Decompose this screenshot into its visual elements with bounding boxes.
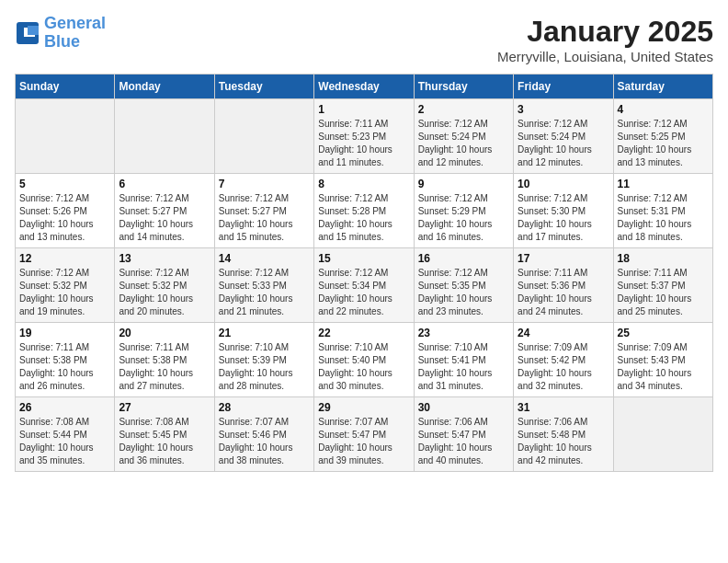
day-number: 5 [19, 178, 110, 190]
day-number: 12 [19, 252, 110, 265]
week-row-4: 19Sunrise: 7:11 AMSunset: 5:38 PMDayligh… [16, 323, 713, 397]
day-info: Sunrise: 7:12 AMSunset: 5:30 PMDaylight:… [518, 192, 609, 244]
calendar-cell: 21Sunrise: 7:10 AMSunset: 5:39 PMDayligh… [214, 323, 313, 397]
day-info: Sunrise: 7:12 AMSunset: 5:31 PMDaylight:… [618, 192, 709, 244]
day-number: 7 [219, 178, 310, 190]
day-number: 1 [318, 103, 409, 116]
day-info: Sunrise: 7:12 AMSunset: 5:27 PMDaylight:… [119, 192, 210, 244]
day-number: 13 [119, 252, 210, 265]
page-subtitle: Merryville, Louisiana, United States [497, 49, 713, 64]
day-number: 20 [119, 327, 210, 339]
day-number: 18 [618, 252, 709, 265]
day-info: Sunrise: 7:11 AMSunset: 5:36 PMDaylight:… [518, 267, 609, 318]
week-row-3: 12Sunrise: 7:12 AMSunset: 5:32 PMDayligh… [16, 248, 713, 323]
day-info: Sunrise: 7:12 AMSunset: 5:29 PMDaylight:… [418, 192, 509, 244]
week-row-5: 26Sunrise: 7:08 AMSunset: 5:44 PMDayligh… [16, 397, 713, 472]
calendar-cell: 1Sunrise: 7:11 AMSunset: 5:23 PMDaylight… [314, 99, 414, 174]
day-info: Sunrise: 7:12 AMSunset: 5:28 PMDaylight:… [318, 192, 409, 244]
calendar-cell: 30Sunrise: 7:06 AMSunset: 5:47 PMDayligh… [414, 397, 513, 472]
day-number: 22 [318, 327, 409, 339]
calendar-cell: 28Sunrise: 7:07 AMSunset: 5:46 PMDayligh… [214, 397, 313, 472]
calendar-cell: 20Sunrise: 7:11 AMSunset: 5:38 PMDayligh… [115, 323, 214, 397]
day-info: Sunrise: 7:07 AMSunset: 5:47 PMDaylight:… [318, 416, 409, 467]
calendar-table: SundayMondayTuesdayWednesdayThursdayFrid… [15, 74, 713, 472]
day-info: Sunrise: 7:07 AMSunset: 5:46 PMDaylight:… [219, 416, 310, 467]
day-info: Sunrise: 7:12 AMSunset: 5:27 PMDaylight:… [219, 192, 310, 244]
day-number: 15 [318, 252, 409, 265]
day-info: Sunrise: 7:12 AMSunset: 5:34 PMDaylight:… [318, 267, 409, 318]
calendar-cell: 24Sunrise: 7:09 AMSunset: 5:42 PMDayligh… [514, 323, 613, 397]
day-info: Sunrise: 7:06 AMSunset: 5:48 PMDaylight:… [518, 416, 609, 467]
day-info: Sunrise: 7:12 AMSunset: 5:35 PMDaylight:… [418, 267, 509, 318]
day-number: 24 [518, 327, 609, 339]
header-friday: Friday [514, 75, 613, 99]
day-info: Sunrise: 7:12 AMSunset: 5:33 PMDaylight:… [219, 267, 310, 318]
page-header: General Blue January 2025 Merryville, Lo… [15, 15, 713, 64]
calendar-cell: 22Sunrise: 7:10 AMSunset: 5:40 PMDayligh… [314, 323, 414, 397]
title-block: January 2025 Merryville, Louisiana, Unit… [497, 15, 713, 64]
day-info: Sunrise: 7:12 AMSunset: 5:32 PMDaylight:… [19, 267, 110, 318]
header-tuesday: Tuesday [214, 75, 313, 99]
calendar-cell [214, 99, 313, 174]
page-title: January 2025 [497, 15, 713, 49]
calendar-cell: 18Sunrise: 7:11 AMSunset: 5:37 PMDayligh… [613, 248, 712, 323]
header-sunday: Sunday [16, 75, 115, 99]
calendar-cell [16, 99, 115, 174]
day-number: 23 [418, 327, 509, 339]
logo: General Blue [15, 15, 106, 52]
calendar-cell: 15Sunrise: 7:12 AMSunset: 5:34 PMDayligh… [314, 248, 414, 323]
day-info: Sunrise: 7:08 AMSunset: 5:45 PMDaylight:… [119, 416, 210, 467]
calendar-cell: 17Sunrise: 7:11 AMSunset: 5:36 PMDayligh… [514, 248, 613, 323]
calendar-cell: 16Sunrise: 7:12 AMSunset: 5:35 PMDayligh… [414, 248, 513, 323]
calendar-cell: 23Sunrise: 7:10 AMSunset: 5:41 PMDayligh… [414, 323, 513, 397]
day-info: Sunrise: 7:10 AMSunset: 5:40 PMDaylight:… [318, 341, 409, 393]
day-number: 28 [219, 401, 310, 414]
calendar-cell: 27Sunrise: 7:08 AMSunset: 5:45 PMDayligh… [115, 397, 214, 472]
day-info: Sunrise: 7:12 AMSunset: 5:24 PMDaylight:… [518, 118, 609, 169]
calendar-cell [613, 397, 712, 472]
calendar-cell [115, 99, 214, 174]
day-info: Sunrise: 7:12 AMSunset: 5:26 PMDaylight:… [19, 192, 110, 244]
svg-marker-2 [28, 26, 39, 35]
calendar-cell: 2Sunrise: 7:12 AMSunset: 5:24 PMDaylight… [414, 99, 513, 174]
day-info: Sunrise: 7:09 AMSunset: 5:42 PMDaylight:… [518, 341, 609, 393]
day-number: 21 [219, 327, 310, 339]
day-number: 10 [518, 178, 609, 190]
day-number: 8 [318, 178, 409, 190]
calendar-cell: 26Sunrise: 7:08 AMSunset: 5:44 PMDayligh… [16, 397, 115, 472]
calendar-cell: 12Sunrise: 7:12 AMSunset: 5:32 PMDayligh… [16, 248, 115, 323]
calendar-cell: 5Sunrise: 7:12 AMSunset: 5:26 PMDaylight… [16, 174, 115, 248]
day-info: Sunrise: 7:12 AMSunset: 5:32 PMDaylight:… [119, 267, 210, 318]
day-info: Sunrise: 7:11 AMSunset: 5:38 PMDaylight:… [119, 341, 210, 393]
calendar-cell: 8Sunrise: 7:12 AMSunset: 5:28 PMDaylight… [314, 174, 414, 248]
header-monday: Monday [115, 75, 214, 99]
calendar-cell: 11Sunrise: 7:12 AMSunset: 5:31 PMDayligh… [613, 174, 712, 248]
calendar-cell: 14Sunrise: 7:12 AMSunset: 5:33 PMDayligh… [214, 248, 313, 323]
calendar-header-row: SundayMondayTuesdayWednesdayThursdayFrid… [16, 75, 713, 99]
day-info: Sunrise: 7:08 AMSunset: 5:44 PMDaylight:… [19, 416, 110, 467]
day-info: Sunrise: 7:09 AMSunset: 5:43 PMDaylight:… [618, 341, 709, 393]
day-number: 19 [19, 327, 110, 339]
day-number: 27 [119, 401, 210, 414]
calendar-cell: 25Sunrise: 7:09 AMSunset: 5:43 PMDayligh… [613, 323, 712, 397]
day-number: 16 [418, 252, 509, 265]
calendar-cell: 3Sunrise: 7:12 AMSunset: 5:24 PMDaylight… [514, 99, 613, 174]
day-number: 29 [318, 401, 409, 414]
day-number: 31 [518, 401, 609, 414]
calendar-cell: 10Sunrise: 7:12 AMSunset: 5:30 PMDayligh… [514, 174, 613, 248]
calendar-cell: 13Sunrise: 7:12 AMSunset: 5:32 PMDayligh… [115, 248, 214, 323]
header-saturday: Saturday [613, 75, 712, 99]
logo-blue: Blue [44, 32, 80, 51]
day-info: Sunrise: 7:12 AMSunset: 5:24 PMDaylight:… [418, 118, 509, 169]
day-number: 11 [618, 178, 709, 190]
logo-icon [15, 20, 40, 46]
calendar-cell: 4Sunrise: 7:12 AMSunset: 5:25 PMDaylight… [613, 99, 712, 174]
week-row-1: 1Sunrise: 7:11 AMSunset: 5:23 PMDaylight… [16, 99, 713, 174]
day-number: 25 [618, 327, 709, 339]
header-thursday: Thursday [414, 75, 513, 99]
day-number: 30 [418, 401, 509, 414]
day-info: Sunrise: 7:10 AMSunset: 5:39 PMDaylight:… [219, 341, 310, 393]
logo-general: General [44, 14, 106, 32]
day-number: 17 [518, 252, 609, 265]
day-number: 9 [418, 178, 509, 190]
